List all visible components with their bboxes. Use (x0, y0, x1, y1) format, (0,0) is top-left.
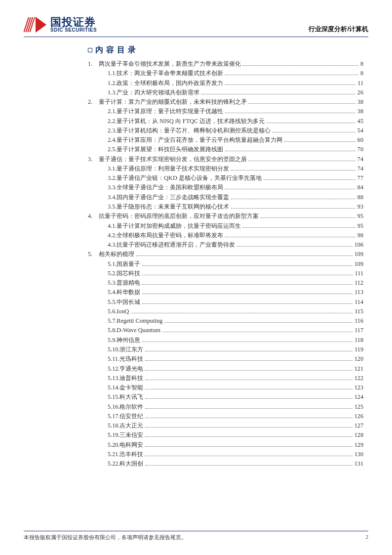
toc-entry[interactable]: 2.5. 量子计算展望：科技巨头明确发展路线图70 (88, 145, 363, 154)
toc-entry[interactable]: 5.19. 三未信安128 (88, 430, 363, 440)
toc-entry-text: IonQ (117, 307, 129, 316)
toc-entry-page: 109 (354, 250, 363, 259)
toc-entry[interactable]: 1. 两次量子革命引领技术发展，新质生产力带来政策催化8 (88, 59, 363, 69)
toc-entry-text: 量子通信原理：利用量子技术实现密钥分发 (117, 164, 229, 173)
toc-entry-page: 119 (354, 345, 363, 354)
toc-leader-dots (273, 132, 355, 132)
toc-entry[interactable]: 5.22. 科大国创131 (88, 459, 363, 469)
toc-leader-dots (225, 75, 358, 75)
toc-entry-page: 74 (357, 164, 363, 173)
toc-entry[interactable]: 5.20. 电科网安129 (88, 440, 363, 450)
svg-marker-4 (36, 17, 46, 33)
toc-entry[interactable]: 3.5. 量子隐形传态：未来量子互联网的核心技术93 (88, 202, 363, 212)
toc-entry[interactable]: 5.11. 光迅科技120 (88, 354, 363, 364)
toc-entry[interactable]: 1.2. 政策：全球积极布局，国内外政策齐发力11 (88, 79, 363, 88)
toc-entry[interactable]: 5.4. 科华数据113 (88, 288, 363, 297)
toc-entry-page: 123 (354, 383, 363, 392)
toc-entry[interactable]: 4.1. 量子计算对加密构成威胁，抗量子密码应运而生95 (88, 221, 363, 231)
toc-entry[interactable]: 5.2. 国芯科技111 (88, 269, 363, 278)
toc-entry[interactable]: 3.2. 量子通信产业链：QKD 是核心设备，关基行业率先落地77 (88, 173, 363, 183)
toc-entry-page: 95 (357, 212, 363, 221)
toc-entry[interactable]: 5.13. 迪普科技122 (88, 374, 363, 383)
toc-entry[interactable]: 5.8. D-Wave Quantum117 (88, 326, 363, 335)
toc-entry-number: 3.3. (108, 183, 117, 192)
toc-entry[interactable]: 5.1. 国盾量子109 (88, 259, 363, 269)
toc-entry[interactable]: 5.10. 浙江东方119 (88, 345, 363, 354)
toc-entry-text: 全球积极布局抗量子密码，标准即将发布 (117, 231, 223, 240)
toc-entry[interactable]: 5.5. 中国长城114 (88, 298, 363, 307)
toc-entry-page: 126 (354, 412, 363, 421)
toc-entry-text: 中国长城 (117, 298, 140, 307)
toc-entry-text: 量子计算应用：产业百花齐放，量子云平台构筑量超融合算力网 (117, 135, 282, 145)
toc-entry[interactable]: 3.3. 全球量子通信产业：美国和欧盟积极布局84 (88, 183, 363, 192)
toc-leader-dots (201, 94, 355, 94)
toc-entry[interactable]: 2.4. 量子计算应用：产业百花齐放，量子云平台构筑量超融合算力网60 (88, 135, 363, 145)
toc-entry-text: 两次量子革命引领技术发展，新质生产力带来政策催化 (99, 59, 241, 69)
toc-entry-number: 5.15. (108, 392, 119, 402)
toc-entry-text: 三未信安 (119, 430, 143, 440)
toc-entry-text: 量子计算展望：科技巨头明确发展路线图 (117, 145, 223, 154)
toc-entry-page: 118 (354, 336, 363, 345)
toc-entry-text: 抗量子密码：密码原理的底层创新，应对量子攻击的新型方案 (99, 212, 259, 221)
brand-logo: 国投证券 SDIC SECURITIES (24, 16, 97, 34)
toc-entry-text: 浙江东方 (119, 345, 143, 354)
toc-entry-number: 5.16. (108, 402, 119, 412)
toc-entry-page: 130 (354, 450, 363, 459)
toc-entry[interactable]: 4.2. 全球积极布局抗量子密码，标准即将发布98 (88, 231, 363, 240)
toc-entry[interactable]: 5.12. 亨通光电121 (88, 364, 363, 374)
toc-entry-text: Regetti Computing (117, 316, 162, 326)
toc-leader-dots (249, 103, 355, 104)
toc-entry[interactable]: 1.1. 技术：两次量子革命带来颠覆式技术创新8 (88, 69, 363, 78)
toc-entry-page: 45 (357, 117, 363, 126)
toc-entry-text: 量子计算机：从 NISQ 向 FTQC 迈进，技术路线较为多元 (117, 117, 265, 126)
logo-text: 国投证券 SDIC SECURITIES (50, 16, 97, 33)
toc-entry-page: 88 (357, 193, 363, 202)
toc-leader-dots (243, 65, 358, 66)
toc-entry[interactable]: 2.3. 量子计算机结构：量子芯片、稀释制冷机和测控系统是核心54 (88, 126, 363, 135)
toc-entry-number: 4.2. (108, 231, 117, 240)
toc-entry[interactable]: 5. 相关标的梳理109 (88, 250, 363, 259)
toc-entry[interactable]: 3.4. 国内量子通信产业：三步走战略实现全覆盖88 (88, 193, 363, 202)
toc-entry-page: 98 (357, 231, 363, 240)
toc-entry-number: 5.9. (108, 336, 117, 345)
toc-entry-number: 5.7. (108, 316, 117, 326)
toc-entry-page: 127 (354, 421, 363, 430)
toc-leader-dots (225, 151, 355, 151)
toc-leader-dots (131, 313, 353, 313)
toc-entry-number: 2.4. (108, 135, 117, 145)
toc-entry[interactable]: 4. 抗量子密码：密码原理的底层创新，应对量子攻击的新型方案95 (88, 212, 363, 221)
toc-entry[interactable]: 2. 量子计算：算力产业的颠覆式创新，未来科技的锋利之矛38 (88, 97, 363, 107)
toc-entry-number: 5.19. (108, 430, 119, 440)
toc-entry[interactable]: 2.2. 量子计算机：从 NISQ 向 FTQC 迈进，技术路线较为多元45 (88, 117, 363, 126)
toc-leader-dots (145, 446, 352, 447)
toc-leader-dots (261, 217, 355, 218)
toc-entry[interactable]: 4.3. 抗量子密码迁移进程逐渐开启，产业蓄势待发106 (88, 240, 363, 250)
toc-entry-page: 109 (354, 259, 363, 269)
toc-entry[interactable]: 2.1. 量子计算原理：量子比特实现量子优越性38 (88, 107, 363, 116)
toc-entry-text: 格尔软件 (119, 402, 143, 412)
toc-leader-dots (142, 294, 353, 294)
toc-entry-number: 5.12. (108, 364, 119, 374)
toc-entry-page: 111 (355, 269, 363, 278)
toc-entry[interactable]: 5.17. 信安世纪126 (88, 412, 363, 421)
toc-entry-text: 量子计算对加密构成威胁，抗量子密码应运而生 (117, 221, 241, 231)
toc-entry[interactable]: 5.18. 吉大正元127 (88, 421, 363, 430)
toc-entry[interactable]: 5.21. 浩丰科技130 (88, 450, 363, 459)
toc-entry[interactable]: 5.6. IonQ115 (88, 307, 363, 316)
footer-copyright: 本报告版权属于国投证券股份有限公司，各项声明请参见报告尾页。 (24, 534, 187, 541)
toc-entry-text: 量子隐形传态：未来量子互联网的核心技术 (117, 202, 229, 212)
toc-entry[interactable]: 5.15. 科大讯飞124 (88, 392, 363, 402)
toc-entry[interactable]: 5.3. 普源精电112 (88, 278, 363, 288)
toc-entry[interactable]: 5.16. 格尔软件125 (88, 402, 363, 412)
logo-mark-icon (24, 16, 47, 34)
toc-entry-text: 电科网安 (119, 440, 143, 450)
toc-entry[interactable]: 3. 量子通信：量子技术实现密钥分发，信息安全的坚固之盾74 (88, 155, 363, 164)
toc-entry[interactable]: 3.1. 量子通信原理：利用量子技术实现密钥分发74 (88, 164, 363, 173)
toc-entry[interactable]: 5.9. 神州信息118 (88, 336, 363, 345)
toc-leader-dots (145, 389, 352, 389)
toc-entry[interactable]: 1.3. 产业：四大研究领域共创新需求26 (88, 88, 363, 97)
toc-entry-text: 政策：全球积极布局，国内外政策齐发力 (117, 79, 223, 88)
toc-entry-number: 5.21. (108, 450, 119, 459)
toc-entry[interactable]: 5.14. 金卡智能123 (88, 383, 363, 392)
toc-entry[interactable]: 5.7. Regetti Computing116 (88, 316, 363, 326)
